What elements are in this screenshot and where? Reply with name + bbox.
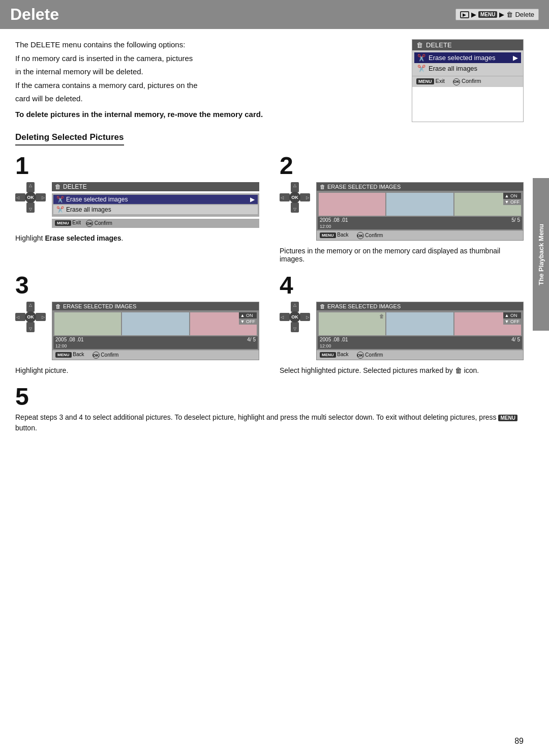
step3-thumb1 [54, 312, 121, 335]
step-4-footer: MENU Back OK Confirm [317, 350, 523, 360]
step-2-screen: 🗑 ERASE SELECTED IMAGES ▲ ON ▼ OFF [316, 182, 524, 241]
step-4-thumb-info: 2005 .08 .01 4/ 5 [318, 336, 522, 343]
dpad-ok: OK [25, 192, 36, 203]
step-4-time: 12:00 [318, 343, 522, 349]
step-1-trash: 🗑 [55, 183, 61, 190]
on-badge: ▲ ON [503, 193, 521, 199]
dpad2-right: ▷ [300, 193, 310, 201]
intro-item-icon-2: ✂️ [417, 65, 425, 72]
intro-menu-title: DELETE [426, 41, 452, 49]
on-off-step3: ▲ ON ▼ OFF [239, 312, 257, 325]
step-2-dpad: △ ▽ ◁ ▷ OK [280, 182, 310, 213]
dpad4-up: △ [291, 302, 299, 312]
step-1-menu-item-2: ✂️ Erase all images [53, 205, 258, 214]
step-4-caption: Select highlighted picture. Selected pic… [280, 366, 524, 374]
intro-line-3: in the internal memory will be deleted. [15, 66, 402, 78]
sidebar-label: The Playback Menu [537, 224, 545, 285]
step-2-caption: Pictures in the memory or on the memory … [280, 247, 524, 263]
intro-menu-trash: 🗑 [416, 41, 423, 49]
dpad4-down: ▽ [291, 322, 299, 332]
intro-menu-item-2: ✂️ Erase all images [414, 63, 521, 74]
step-5-block: 5 Repeat steps 3 and 4 to select additio… [15, 385, 524, 433]
step-1-number: 1 [15, 154, 259, 178]
step-5-text: Repeat steps 3 and 4 to select additiona… [15, 412, 524, 433]
dpad-up: △ [26, 182, 35, 192]
steps-grid: 1 △ ▽ ◁ ▷ OK 🗑 DELETE [15, 154, 524, 374]
trash-icon: 🗑 [506, 11, 513, 18]
on-off-step2: ▲ ON ▼ OFF [503, 193, 521, 205]
step-2-title: ERASE SELECTED IMAGES [327, 184, 401, 190]
intro-item-label-1: Erase selected images [429, 54, 496, 62]
step-3-dpad: △ ▽ ◁ ▷ OK [15, 302, 46, 332]
step-4-dpad: △ ▽ ◁ ▷ OK [280, 302, 310, 332]
step-1-title: DELETE [63, 183, 87, 190]
intro-text: The DELETE menu contains the following o… [15, 39, 402, 122]
dpad3-ok: OK [25, 311, 36, 323]
intro-menu-exit-label: MENU Exit [416, 78, 445, 85]
step-3-header: 🗑 ERASE SELECTED IMAGES [52, 302, 259, 310]
step-3-screen: 🗑 ERASE SELECTED IMAGES ▲ ON ▼ OFF [52, 302, 259, 360]
dpad2-down: ▽ [291, 202, 299, 213]
step3-thumb2 [122, 312, 189, 335]
intro-line-1: The DELETE menu contains the following o… [15, 39, 402, 51]
dpad3-left: ◁ [15, 313, 25, 321]
step-2-block: 2 △ ▽ ◁ ▷ OK 🗑 ERASE SELECTED IMAGES [280, 154, 524, 263]
step-1-content: △ ▽ ◁ ▷ OK 🗑 DELETE ✂️ Erase selec [15, 182, 259, 228]
dpad3-down: ▽ [26, 322, 35, 332]
dpad2-left: ◁ [280, 193, 290, 201]
step-2-date: 2005 .08 .01 [320, 217, 348, 223]
step-4-title: ERASE SELECTED IMAGES [327, 303, 401, 309]
step-1-menu-body: ✂️ Erase selected images ▶ ✂️ Erase all … [52, 193, 259, 217]
intro-item-arrow: ▶ [513, 54, 518, 62]
page-number: 89 [514, 737, 524, 746]
main-content: The DELETE menu contains the following o… [0, 29, 549, 444]
dpad-right: ▷ [36, 193, 46, 201]
breadcrumb-arrow: ▶ [471, 11, 476, 18]
step-4-thumbs [318, 311, 522, 336]
step-4-content: △ ▽ ◁ ▷ OK 🗑 ERASE SELECTED IMAGES [280, 302, 524, 360]
step-3-caption: Highlight picture. [15, 366, 259, 374]
dpad4-ok: OK [289, 311, 300, 323]
step-2-body: ▲ ON ▼ OFF 2005 .08 .01 5/ 5 12:00 [317, 191, 523, 230]
step-2-number: 2 [280, 154, 524, 178]
page-header: Delete ▶ ▶ MENU ▶ 🗑 Delete [0, 0, 549, 29]
step-2-thumbs [318, 192, 522, 217]
step-5-number: 5 [15, 385, 524, 409]
step-2-content: △ ▽ ◁ ▷ OK 🗑 ERASE SELECTED IMAGES [280, 182, 524, 241]
step-4-date: 2005 .08 .01 [320, 337, 348, 342]
step-3-thumbs [53, 311, 258, 336]
intro-menu-items: ✂️ Erase selected images ▶ ✂️ Erase all … [412, 50, 523, 76]
dpad2-ok: OK [289, 192, 300, 203]
intro-section: The DELETE menu contains the following o… [15, 39, 524, 122]
intro-item-icon-1: ✂️ [417, 54, 425, 62]
step-1-screen: 🗑 DELETE ✂️ Erase selected images ▶ ✂️ E… [52, 182, 259, 228]
step-4-header: 🗑 ERASE SELECTED IMAGES [317, 302, 523, 310]
step-4-screen: 🗑 ERASE SELECTED IMAGES ▲ ON ▼ OFF [316, 302, 524, 360]
step-3-footer: MENU Back OK Confirm [52, 350, 259, 360]
off-badge: ▼ OFF [503, 199, 521, 205]
step-4-block: 4 △ ▽ ◁ ▷ OK 🗑 ERASE SELECTED IMAGES [280, 273, 524, 374]
step-3-thumb-info: 2005 .08 .01 4/ 5 [53, 336, 258, 343]
step-3-title: ERASE SELECTED IMAGES [63, 303, 136, 309]
playback-menu-sidebar: The Playback Menu [533, 178, 549, 331]
menu-badge: MENU [478, 11, 497, 18]
intro-line-4: If the camera contains a memory card, pi… [15, 80, 402, 92]
step-2-thumb-info: 2005 .08 .01 5/ 5 [318, 217, 522, 223]
page-title: Delete [10, 5, 59, 24]
step-4-count: 4/ 5 [511, 337, 520, 342]
intro-delete-menu: 🗑 DELETE ✂️ Erase selected images ▶ ✂️ E… [412, 39, 524, 122]
dpad3-up: △ [26, 302, 35, 312]
step-3-content: △ ▽ ◁ ▷ OK 🗑 ERASE SELECTED IMAGES [15, 302, 259, 360]
dpad-down: ▽ [26, 202, 35, 213]
step-1-footer-exit: MENU Exit [55, 220, 81, 227]
section-heading: Deleting Selected Pictures [15, 132, 124, 146]
intro-menu-confirm-label: OK Confirm [453, 78, 481, 85]
dpad3-right: ▷ [36, 313, 46, 321]
step-1-menu-item-1: ✂️ Erase selected images ▶ [53, 195, 258, 204]
dpad-left: ◁ [15, 193, 25, 201]
step-4-body: ▲ ON ▼ OFF 2005 .08 .01 4/ 5 12:00 [317, 310, 523, 350]
step4-thumb1 [319, 312, 385, 335]
on-off-step4: ▲ ON ▼ OFF [503, 312, 521, 325]
step-3-date: 2005 .08 .01 [55, 337, 84, 342]
step4-thumb2 [386, 312, 453, 335]
